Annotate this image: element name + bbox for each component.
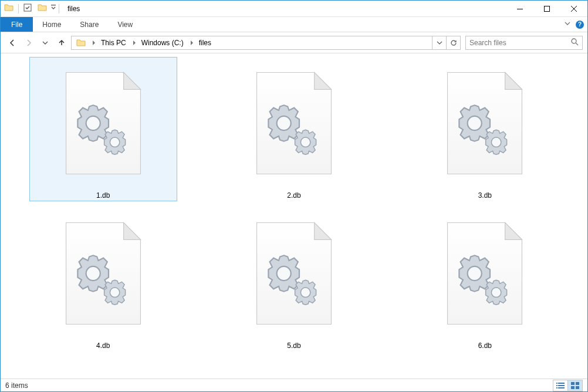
file-item[interactable]: 2.db [220,57,368,201]
close-button[interactable] [560,1,587,17]
svg-rect-2 [517,9,523,9]
file-item[interactable]: 6.db [411,207,559,352]
search-placeholder: Search files [469,39,506,47]
file-name: 3.db [478,191,492,200]
window-title: files [67,5,80,13]
file-tab[interactable]: File [1,17,33,32]
svg-rect-3 [545,6,550,11]
svg-rect-5 [556,383,557,384]
title-bar: files [1,1,587,17]
recent-locations-button[interactable] [38,36,52,50]
file-name: 2.db [287,191,300,200]
search-icon [571,38,579,48]
breadcrumb-item[interactable]: files [197,39,214,47]
file-name: 6.db [478,342,492,350]
file-thumbnail [46,209,160,338]
breadcrumb-item[interactable]: This PC [99,39,138,47]
address-bar: This PC Windows (C:) files Search files [1,32,587,53]
breadcrumb-dropdown-button[interactable] [432,36,446,49]
file-thumbnail [46,59,160,188]
expand-ribbon-icon[interactable] [564,20,571,29]
forward-button[interactable] [22,36,36,50]
status-bar: 6 items [1,379,587,391]
svg-rect-6 [558,383,565,384]
new-folder-icon[interactable] [38,3,47,14]
tab-view[interactable]: View [108,17,142,32]
breadcrumb-label: This PC [101,39,126,47]
view-toggles [553,380,583,391]
up-button[interactable] [55,36,69,50]
file-item[interactable]: 5.db [220,207,368,352]
quick-access-toolbar [1,3,56,14]
file-name: 1.db [96,191,110,200]
breadcrumb[interactable]: This PC Windows (C:) files [71,36,461,50]
qat-customize-icon[interactable] [50,4,56,13]
breadcrumb-item[interactable]: Windows (C:) [139,39,195,47]
file-item[interactable]: 1.db [29,57,177,201]
tab-home[interactable]: Home [33,17,70,32]
svg-rect-1 [51,5,56,5]
back-button[interactable] [5,36,19,50]
folder-icon [4,3,13,14]
breadcrumb-label: files [199,39,211,47]
svg-rect-14 [576,386,579,389]
search-input[interactable]: Search files [465,36,583,50]
svg-rect-13 [571,386,575,389]
properties-icon[interactable] [23,4,32,13]
file-item[interactable]: 3.db [411,57,559,201]
minimize-button[interactable] [506,1,533,17]
tab-share[interactable]: Share [70,17,108,32]
file-pane[interactable]: 1.db2.db3.db4.db5.db6.db [1,53,587,379]
svg-rect-8 [558,385,565,386]
file-thumbnail [428,59,542,188]
separator [59,4,59,13]
maximize-button[interactable] [533,1,560,17]
svg-point-4 [572,39,576,43]
breadcrumb-root[interactable] [74,38,97,48]
refresh-button[interactable] [446,36,460,49]
item-count: 6 items [5,381,28,390]
window-controls [506,1,587,17]
file-name: 4.db [96,342,110,350]
file-thumbnail [236,209,351,338]
svg-rect-11 [571,382,575,385]
file-thumbnail [236,59,351,188]
thumbnails-view-button[interactable] [567,380,583,391]
svg-rect-12 [576,382,579,385]
file-item[interactable]: 4.db [29,207,177,352]
separator [18,4,19,13]
file-thumbnail [428,209,542,338]
details-view-button[interactable] [553,380,568,391]
svg-rect-9 [556,387,557,388]
file-name: 5.db [287,342,300,350]
svg-rect-10 [558,387,565,388]
breadcrumb-label: Windows (C:) [141,39,184,47]
ribbon: File Home Share View ? [1,17,587,32]
help-icon[interactable]: ? [576,21,584,29]
svg-rect-7 [556,385,557,386]
